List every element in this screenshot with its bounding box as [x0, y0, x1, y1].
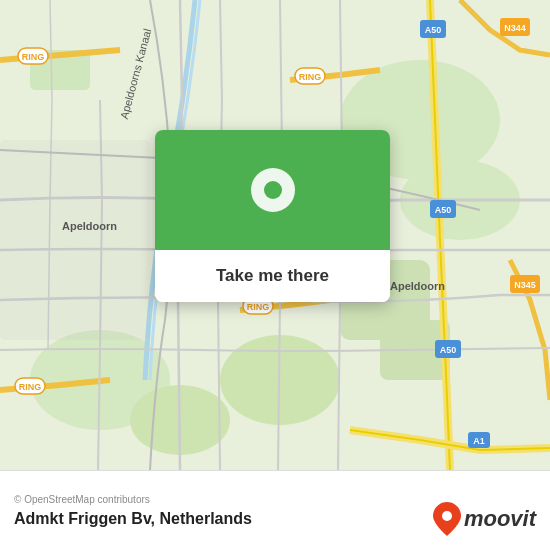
svg-text:Apeldoorn: Apeldoorn [62, 220, 117, 232]
svg-text:RING: RING [299, 72, 322, 82]
svg-rect-9 [0, 140, 150, 340]
moovit-text: moovit [464, 506, 536, 532]
map-container: A50 A50 A50 N344 N345 A1 RING RING RING … [0, 0, 550, 470]
svg-text:RING: RING [22, 52, 45, 62]
svg-text:N345: N345 [514, 280, 536, 290]
moovit-pin-icon [433, 502, 461, 536]
location-pin [251, 168, 295, 212]
popup-map-area [155, 130, 390, 250]
footer: © OpenStreetMap contributors Admkt Frigg… [0, 470, 550, 550]
svg-text:RING: RING [247, 302, 270, 312]
svg-text:RING: RING [19, 382, 42, 392]
moovit-logo: moovit [433, 502, 536, 536]
svg-text:Apeldoorn: Apeldoorn [390, 280, 445, 292]
svg-text:N344: N344 [504, 23, 526, 33]
svg-point-33 [442, 511, 452, 521]
popup-card: Take me there [155, 130, 390, 302]
take-me-there-button[interactable]: Take me there [155, 250, 390, 302]
svg-text:A50: A50 [435, 205, 452, 215]
svg-text:A50: A50 [425, 25, 442, 35]
svg-text:A50: A50 [440, 345, 457, 355]
svg-text:A1: A1 [473, 436, 485, 446]
